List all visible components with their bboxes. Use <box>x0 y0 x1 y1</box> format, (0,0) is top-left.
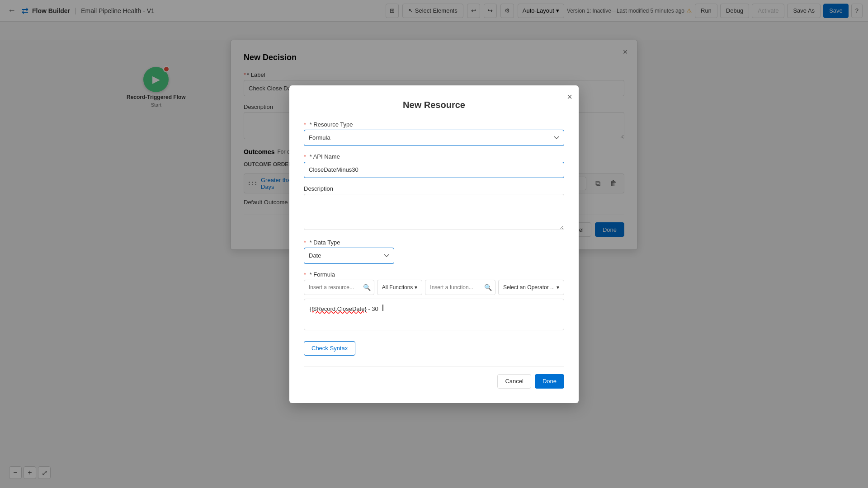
resource-type-select[interactable]: Formula Variable Constant Text Template <box>304 130 564 146</box>
functions-chevron-icon: ▾ <box>415 284 417 291</box>
formula-editor[interactable]: {!$Record.CloseDate} - 30 <box>304 299 564 330</box>
operator-label: Select an Operator ... <box>503 284 555 291</box>
operator-chevron-icon: ▾ <box>557 284 559 291</box>
functions-label: All Functions <box>382 284 413 291</box>
api-name-label: * * API Name <box>304 153 564 160</box>
data-type-select[interactable]: Date Text Number Boolean DateTime Curren… <box>304 248 394 264</box>
description-label: Description <box>304 185 564 192</box>
data-type-label: * * Data Type <box>304 239 564 246</box>
resource-type-label: * * Resource Type <box>304 121 564 128</box>
insert-function-wrap: 🔍 <box>425 280 495 295</box>
functions-dropdown[interactable]: All Functions ▾ <box>377 280 423 295</box>
check-syntax-button[interactable]: Check Syntax <box>304 341 355 356</box>
formula-text-rest: - 30 <box>367 305 378 312</box>
resource-type-group: * * Resource Type Formula Variable Const… <box>304 121 564 146</box>
operator-dropdown[interactable]: Select an Operator ... ▾ <box>498 280 564 295</box>
modal-done-button[interactable]: Done <box>535 374 564 389</box>
insert-resource-wrap: 🔍 <box>304 280 374 295</box>
modal-title: New Resource <box>304 100 564 110</box>
data-type-group: * * Data Type Date Text Number Boolean D… <box>304 239 564 264</box>
api-name-input[interactable] <box>304 162 564 178</box>
modal-footer: Cancel Done <box>304 366 564 389</box>
modal-backdrop: × New Resource * * Resource Type Formula… <box>0 0 868 488</box>
text-cursor <box>382 305 383 311</box>
modal-close-button[interactable]: × <box>567 92 572 102</box>
new-resource-modal: × New Resource * * Resource Type Formula… <box>289 85 579 403</box>
formula-text-underline: {!$Record.CloseDate} <box>310 305 367 312</box>
description-textarea[interactable] <box>304 194 564 230</box>
formula-toolbar: 🔍 All Functions ▾ 🔍 Select an Operator .… <box>304 280 564 295</box>
function-search-icon: 🔍 <box>484 284 492 291</box>
resource-search-icon: 🔍 <box>363 284 371 291</box>
description-group: Description <box>304 185 564 232</box>
modal-cancel-button[interactable]: Cancel <box>497 374 531 389</box>
formula-label: * * Formula <box>304 271 564 278</box>
api-name-group: * * API Name <box>304 153 564 178</box>
formula-group: * * Formula 🔍 All Functions ▾ 🔍 <box>304 271 564 330</box>
